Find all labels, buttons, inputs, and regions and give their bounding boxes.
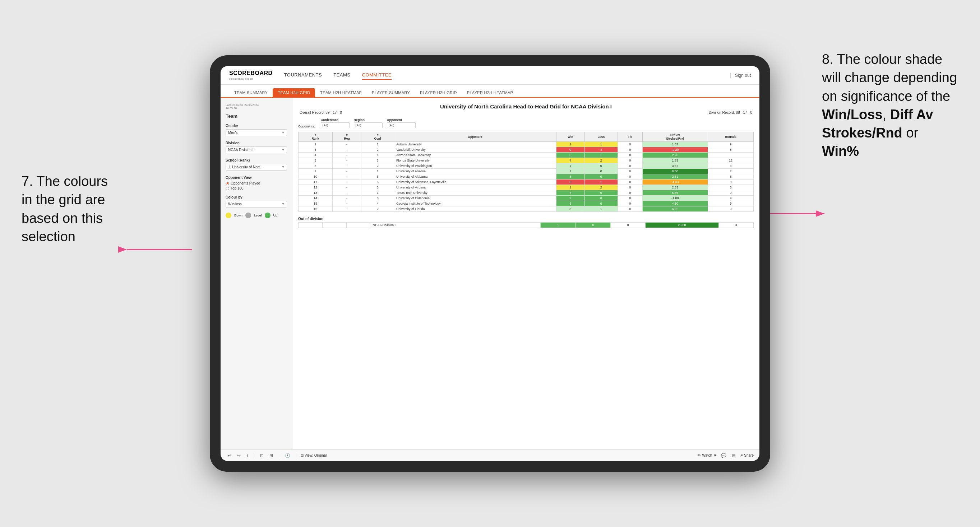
cell-reg: - — [332, 152, 361, 158]
cell-loss: 1 — [584, 206, 617, 212]
cell-win: 3 — [556, 206, 584, 212]
sidebar: Last Updated: 27/03/2024 16:55:38 Team G… — [221, 98, 293, 449]
cell-win: 0 — [556, 179, 584, 185]
cell-tie: 0 — [617, 142, 642, 147]
cell-win: 5 — [556, 201, 584, 206]
out-col-rounds: 3 — [719, 222, 753, 228]
toolbar-sep2 — [279, 453, 279, 459]
legend-up-label: Up — [274, 214, 278, 217]
cell-diff: -4.33 — [642, 179, 708, 185]
logo-wrap: SCOREBOARD Powered by clippd — [229, 70, 274, 80]
cell-rounds: 8 — [708, 174, 753, 179]
out-col-win: 1 — [541, 222, 576, 228]
cell-conf: 2 — [361, 163, 394, 169]
cell-conf: 5 — [361, 174, 394, 179]
region-filter-label: Region — [354, 118, 383, 122]
radio-top-100[interactable]: Top 100 — [226, 186, 287, 190]
cell-rank: 4 — [299, 152, 332, 158]
tab-player-h2h-grid[interactable]: PLAYER H2H GRID — [415, 88, 462, 97]
cell-rounds: 3 — [708, 185, 753, 190]
filter-region: Region (All) — [354, 118, 383, 128]
cell-reg: - — [332, 185, 361, 190]
cell-diff: 1.67 — [642, 142, 708, 147]
legend-down-label: Down — [234, 214, 242, 217]
cell-rounds: 9 — [708, 201, 753, 206]
cell-opponent: Vanderbilt University — [394, 147, 556, 152]
radio-dot-opponents — [226, 182, 229, 185]
out-col-loss: 0 — [576, 222, 610, 228]
sidebar-colour-section: Colour by Win/loss ▼ — [226, 195, 287, 208]
cell-loss: 1 — [584, 179, 617, 185]
sub-nav: TEAM SUMMARY TEAM H2H GRID TEAM H2H HEAT… — [221, 85, 759, 98]
cell-diff: 6.62 — [642, 206, 708, 212]
main-content: Last Updated: 27/03/2024 16:55:38 Team G… — [221, 98, 759, 449]
undo-button[interactable]: ↩ — [226, 452, 233, 459]
filter-row: Opponents: Conference (All) Region (All) — [298, 118, 754, 128]
watch-button[interactable]: 👁 Watch ▼ — [697, 453, 717, 457]
nav-committee[interactable]: COMMITTEE — [362, 71, 392, 80]
table-row: 9 - 1 University of Arizona 1 0 0 9.00 2 — [299, 169, 754, 174]
cell-reg: - — [332, 147, 361, 152]
cell-win: 1 — [556, 169, 584, 174]
annotation-sep2: or — [902, 125, 918, 140]
cell-win: 3 — [556, 190, 584, 196]
sign-out-button[interactable]: Sign out — [730, 73, 751, 78]
radio1-label: Opponents Played — [231, 181, 260, 185]
sidebar-team-label: Team — [226, 113, 287, 119]
radio-opponents-played[interactable]: Opponents Played — [226, 181, 287, 185]
out-of-division-table: NCAA Division II 1 0 0 26.00 3 — [298, 222, 754, 228]
out-col-blank2 — [322, 222, 346, 228]
opponent-filter-select[interactable]: (All) — [387, 122, 416, 128]
cell-rank: 10 — [299, 174, 332, 179]
cell-loss: 0 — [584, 190, 617, 196]
sidebar-school-value[interactable]: 1. University of Nort... ▼ — [226, 164, 287, 170]
comment-button[interactable]: 💬 — [719, 452, 728, 459]
cell-tie: 0 — [617, 196, 642, 201]
region-filter-select[interactable]: (All) — [354, 122, 383, 128]
grid-button[interactable]: ⊞ — [731, 452, 737, 459]
cell-conf: 6 — [361, 196, 394, 201]
conference-filter-select[interactable]: (All) — [321, 122, 350, 128]
share-icon: ↗ — [740, 453, 743, 457]
cell-rank: 6 — [299, 158, 332, 163]
tab-team-h2h-heatmap[interactable]: TEAM H2H HEATMAP — [315, 88, 367, 97]
overall-record: Overall Record: 89 - 17 - 0 — [300, 111, 342, 114]
col-win: Win — [556, 132, 584, 142]
annotation-left: 7. The colours in the grid are based on … — [22, 172, 122, 246]
sidebar-team-section: Team — [226, 113, 287, 119]
cell-opponent: Texas Tech University — [394, 190, 556, 196]
tab-team-h2h-grid[interactable]: TEAM H2H GRID — [273, 88, 315, 97]
share-text: Share — [744, 453, 754, 457]
view-original-button[interactable]: ⊡ View: Original — [301, 453, 326, 457]
copy-button[interactable]: ⊡ — [259, 452, 265, 459]
sidebar-colour-value[interactable]: Win/loss ▼ — [226, 201, 287, 208]
nav-tournaments[interactable]: TOURNAMENTS — [284, 71, 322, 80]
annotation-sep1: , — [883, 107, 890, 122]
out-col-tie: 0 — [610, 222, 645, 228]
clock-button[interactable]: 🕐 — [283, 452, 292, 459]
sidebar-gender-value[interactable]: Men's ▼ — [226, 129, 287, 136]
tablet-device: SCOREBOARD Powered by clippd TOURNAMENTS… — [210, 55, 770, 472]
table-row: 2 - 1 Auburn University 2 1 0 1.67 9 — [299, 142, 754, 147]
tab-player-summary[interactable]: PLAYER SUMMARY — [367, 88, 415, 97]
cell-reg: - — [332, 169, 361, 174]
sidebar-division-value[interactable]: NCAA Division I ▼ — [226, 146, 287, 153]
school-text: 1. University of Nort... — [228, 165, 262, 169]
colour-dropdown-arrow: ▼ — [282, 202, 285, 206]
share-button[interactable]: ↗ Share — [740, 453, 754, 457]
cell-loss: 0 — [584, 174, 617, 179]
cell-diff: 4.50 — [642, 201, 708, 206]
last-updated-time: 16:55:38 — [226, 106, 287, 110]
cell-loss: 0 — [584, 201, 617, 206]
nav-teams[interactable]: TEAMS — [333, 71, 350, 80]
paste-button[interactable]: ⊞ — [268, 452, 274, 459]
forward-button[interactable]: ⟩ — [245, 452, 250, 459]
cell-tie: 0 — [617, 201, 642, 206]
tab-player-h2h-heatmap[interactable]: PLAYER H2H HEATMAP — [462, 88, 518, 97]
cell-diff: 2.28 — [642, 152, 708, 158]
tab-team-summary[interactable]: TEAM SUMMARY — [229, 88, 273, 97]
page-wrapper: 7. The colours in the grid are based on … — [0, 0, 980, 527]
redo-button[interactable]: ↪ — [235, 452, 242, 459]
cell-rank: 12 — [299, 185, 332, 190]
bottom-toolbar: ↩ ↪ ⟩ ⊡ ⊞ 🕐 ⊡ View: Original 👁 Watch ▼ — [221, 449, 759, 461]
